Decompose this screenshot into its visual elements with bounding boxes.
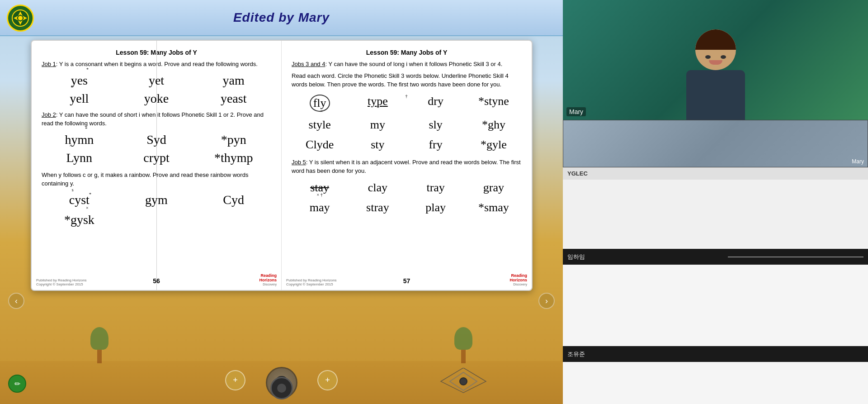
lower-panel [563, 265, 868, 346]
second-video-bg [563, 120, 868, 167]
right-sidebar: Mary Mary YGLEC 임하임 조유준 [563, 0, 868, 404]
word-crypt: crypt [119, 150, 194, 166]
word-yes: yes* × [42, 72, 117, 89]
hamim-divider-line [728, 257, 863, 257]
job5-header: Job 5: Y is silent when it is an adjacen… [292, 158, 522, 176]
word-sly: sly [408, 116, 464, 133]
main-area: Edited by Mary ‹ › Lesson 59: Many Jobs … [0, 0, 563, 404]
job5-words: stay × † clay tray gray may stray play *… [292, 179, 522, 216]
toolbar-btn-2[interactable]: + [317, 370, 338, 390]
yglec-content [563, 180, 868, 247]
word-yell: yell [42, 90, 117, 107]
book-container: Lesson 59: Many Jobs of Y Job 1: Y is a … [31, 40, 533, 291]
mary-body [686, 70, 745, 120]
job2-label: Job 2 [42, 111, 56, 118]
toolbar-btn-1[interactable]: + [225, 370, 245, 390]
word-style: style [292, 116, 348, 133]
word-yeast: yeast [196, 90, 271, 107]
word-lynn: Lynn [42, 150, 117, 166]
word-yam: yam [196, 72, 271, 89]
second-video-room [563, 120, 868, 167]
instruction-text: Read each word. Circle the Phonetic Skil… [292, 71, 522, 89]
hamim-label: 임하임 [563, 253, 585, 261]
svg-point-2 [460, 378, 467, 385]
rainbow-words: s cys×t * gym Cyd [42, 192, 271, 208]
joyun-label: 조유준 [563, 350, 585, 358]
tree-left [90, 327, 108, 363]
mary-video-bg [563, 0, 868, 120]
word-syd: Syd [119, 132, 194, 148]
mary-eye-left [705, 55, 711, 59]
right-logo: ReadingHorizons Discovery [509, 273, 527, 286]
word-fly: fly× [292, 93, 348, 114]
app-logo [7, 5, 34, 32]
word-smay: *smay [466, 199, 522, 216]
word-dry: dry [408, 93, 464, 114]
logo-circle [7, 5, 34, 32]
bottom-toolbar: ✏ + + [0, 361, 563, 404]
right-page-title: Lesson 59: Many Jobs of Y [292, 49, 522, 56]
word-sty: sty [349, 136, 406, 153]
yglec-panel: YGLEC [563, 167, 868, 249]
next-page-button[interactable]: › [538, 293, 555, 309]
svg-point-1 [18, 16, 23, 20]
word-tray: tray [408, 179, 464, 196]
tree-right [454, 327, 472, 363]
job5-label: Job 5 [292, 159, 306, 166]
word-stray: stray [349, 199, 406, 216]
right-publisher: Published by Reading HorizonsCopyright ©… [286, 278, 337, 286]
word-clyde: Clyde [292, 136, 348, 153]
mary-video-tile: Mary [563, 0, 868, 120]
word-fry: fry [408, 136, 464, 153]
yglec-label: YGLEC [563, 167, 868, 180]
second-video-label: Mary [852, 158, 864, 165]
pen-tool-button[interactable]: ✏ [8, 375, 26, 393]
mary-name-label: Mary [566, 107, 586, 116]
word-may: may [292, 199, 348, 216]
jobs34-label: Jobs 3 and 4 [292, 61, 325, 67]
job1-label: Job 1 [42, 61, 56, 67]
word-ghy: *ghy [466, 116, 522, 133]
word-hymn: hym*n × [42, 132, 117, 148]
word-gyle: *gyle [466, 136, 522, 153]
word-gray: gray [466, 179, 522, 196]
top-bar: Edited by Mary [0, 0, 563, 36]
prev-page-button[interactable]: ‹ [8, 293, 24, 309]
mary-eye-right [721, 55, 726, 59]
word-thymp: *thymp [196, 150, 271, 166]
mary-head [695, 29, 736, 70]
word-clay: clay [349, 179, 406, 196]
left-publisher: Published by Reading HorizonsCopyright ©… [36, 278, 87, 286]
hamim-name-bar: 임하임 [563, 249, 868, 265]
jobs34-header: Jobs 3 and 4: Y can have the sound of lo… [292, 60, 522, 69]
mary-video-content [563, 0, 868, 120]
word-my: my [349, 116, 406, 133]
word-yoke: yoke [119, 90, 194, 107]
word-stay: stay × † [292, 179, 348, 196]
mary-figure [686, 29, 745, 120]
word-cyst: s cys×t * [42, 192, 117, 208]
right-page: Lesson 59: Many Jobs of Y Jobs 3 and 4: … [282, 41, 532, 290]
joyun-name-bar: 조유준 [563, 346, 868, 362]
word-play: play [408, 199, 464, 216]
word-yet: yet [119, 72, 194, 89]
word-gysk: *gysk [42, 212, 117, 228]
jobs34-words: fly× typ×e† dry *styne style my sly *ghy… [292, 93, 522, 153]
word-cyd: Cyd [196, 192, 271, 208]
mary-hair [695, 29, 736, 50]
second-video-tile: Mary [563, 120, 868, 167]
left-page-number: 56 [153, 277, 160, 285]
right-page-number: 57 [403, 277, 410, 285]
word-gym: gym [119, 192, 194, 208]
left-logo: ReadingHorizons Discovery [259, 273, 277, 286]
word-styne: *styne [466, 93, 522, 114]
bottom-panel [563, 362, 868, 404]
page-title: Edited by Mary [233, 10, 330, 25]
left-page: Lesson 59: Many Jobs of Y Job 1: Y is a … [32, 41, 282, 290]
center-button[interactable] [270, 377, 293, 399]
nav-indicator [436, 368, 491, 395]
mary-mouth [709, 60, 722, 65]
word-type: typ×e† [349, 93, 406, 114]
word-pyn: *pyn [196, 132, 271, 148]
